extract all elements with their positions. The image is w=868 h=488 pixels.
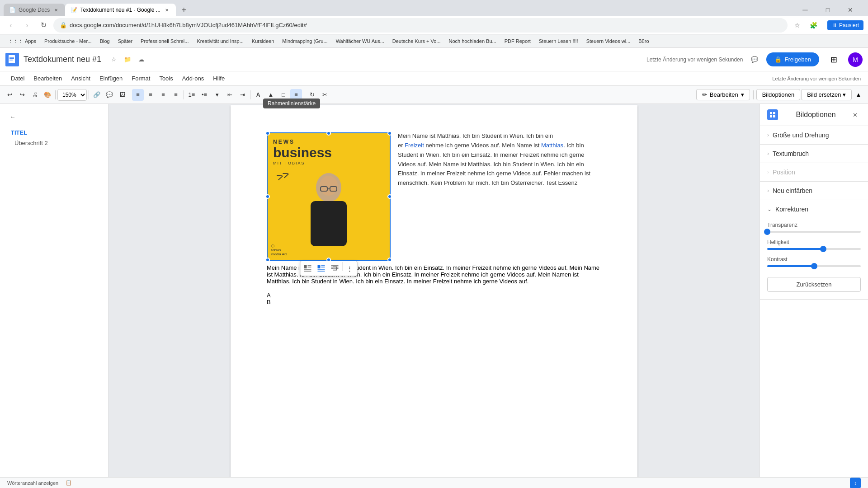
undo-button[interactable]: ↩ <box>4 89 15 101</box>
wrap-inline-button[interactable] <box>302 262 314 275</box>
bookmark-kursideen[interactable]: Kursideen <box>248 38 278 45</box>
tab-google-docs[interactable]: 📄 Google Docs ✕ <box>4 4 65 16</box>
tab-close[interactable]: ✕ <box>163 6 170 14</box>
bookmark-pdf-report[interactable]: PDF Report <box>501 38 534 45</box>
bookmark-apps[interactable]: ⋮⋮⋮ Apps <box>5 37 40 45</box>
resize-handle-tc[interactable] <box>326 131 331 136</box>
expand-button[interactable]: ↕ <box>850 478 861 488</box>
maximize-button[interactable]: □ <box>817 4 838 16</box>
new-tab-button[interactable]: + <box>178 4 190 16</box>
align-center-button[interactable]: ≡ <box>145 89 156 101</box>
extension-icon[interactable]: 🧩 <box>807 19 820 32</box>
list-options-button[interactable]: ▾ <box>211 89 223 101</box>
bildoptionen-button[interactable]: Bildoptionen <box>756 89 801 100</box>
helligkeit-slider[interactable] <box>767 248 861 250</box>
outline-item-titel[interactable]: TITEL <box>7 127 101 138</box>
align-justify-button[interactable]: ≡ <box>170 89 182 101</box>
redo-button[interactable]: ↪ <box>16 89 28 101</box>
resize-handle-bl[interactable] <box>265 258 270 262</box>
doc-area[interactable]: │ 1 2 3 4 5 6 7 8 9 10 11 12 13 14 15 16 <box>108 104 760 477</box>
bearbeiten-button[interactable]: ✏ Bearbeiten ▾ <box>696 89 750 100</box>
matthias-link[interactable]: Matthias <box>541 142 563 149</box>
menu-format[interactable]: Format <box>128 73 154 84</box>
bookmark-spaeter[interactable]: Später <box>114 38 136 45</box>
text-color-button[interactable]: A <box>252 89 264 101</box>
outline-item-h2[interactable]: Überschrift 2 <box>7 138 101 148</box>
back-button[interactable]: ‹ <box>5 19 17 32</box>
menu-hilfe[interactable]: Hilfe <box>209 73 228 84</box>
panel-section-position-header[interactable]: › Position <box>760 163 868 181</box>
star-button[interactable]: ☆ <box>108 54 119 65</box>
panel-section-textumbruch-header[interactable]: › Textumbruch <box>760 145 868 163</box>
image-container[interactable]: NEWS business MIT TOBIAS >> <box>267 132 391 261</box>
bookmark-professionell[interactable]: Professionell Schrei... <box>137 38 192 45</box>
menu-ansicht[interactable]: Ansicht <box>67 73 94 84</box>
folder-button[interactable]: 📁 <box>122 54 133 65</box>
close-button[interactable]: ✕ <box>840 4 861 16</box>
grid-view-button[interactable]: ⊞ <box>827 53 840 66</box>
resize-handle-br[interactable] <box>387 258 392 262</box>
image-button[interactable]: 🖼 <box>116 89 128 101</box>
user-avatar[interactable]: M <box>848 52 863 67</box>
bookmark-deutsche-kurs[interactable]: Deutsche Kurs + Vo... <box>389 38 444 45</box>
sidebar-back-button[interactable]: ← <box>7 111 18 122</box>
increase-indent-button[interactable]: ⇥ <box>236 89 248 101</box>
panel-section-neu-einfaerben-header[interactable]: › Neu einfärben <box>760 182 868 200</box>
transparenz-slider[interactable] <box>767 231 861 233</box>
panel-section-groesse-header[interactable]: › Größe und Drehung <box>760 126 868 144</box>
bookmark-steuern-videos[interactable]: Steuern Videos wi... <box>583 38 634 45</box>
align-right-button[interactable]: ≡ <box>157 89 169 101</box>
comments-button[interactable]: 💬 <box>747 52 762 67</box>
address-bar[interactable]: 🔒 docs.google.com/document/d/1hUH8k6h7Lb… <box>53 18 788 33</box>
menu-datei[interactable]: Datei <box>7 73 28 84</box>
bookmark-kreativitaet[interactable]: Kreativität und Insp... <box>193 38 247 45</box>
wrap-behind-button[interactable] <box>329 262 341 275</box>
reload-button[interactable]: ↻ <box>37 19 50 32</box>
freizeit-link[interactable]: Freizeit <box>405 142 424 149</box>
menu-einfuegen[interactable]: Einfügen <box>96 73 126 84</box>
numbered-list-button[interactable]: 1≡ <box>186 89 198 101</box>
menu-tools[interactable]: Tools <box>156 73 176 84</box>
resize-handle-mr[interactable] <box>387 194 392 199</box>
cloud-button[interactable]: ☁ <box>136 54 146 65</box>
panel-toggle-button[interactable]: ▲ <box>853 89 864 101</box>
bookmark-buero[interactable]: Büro <box>635 38 652 45</box>
tab-close[interactable]: ✕ <box>52 6 60 14</box>
menu-addons[interactable]: Add-ons <box>179 73 208 84</box>
bookmark-wahlfaecher[interactable]: Wahlfächer WU Aus... <box>332 38 388 45</box>
bookmark-button[interactable]: ☆ <box>791 19 804 32</box>
resize-handle-tr[interactable] <box>387 131 392 136</box>
print-button[interactable]: 🖨 <box>29 89 41 101</box>
link-button[interactable]: 🔗 <box>91 89 103 101</box>
border-weight-button[interactable]: ≡ Rahmenlinienstärke <box>290 89 302 101</box>
outline-toggle[interactable]: 📋 <box>66 480 72 486</box>
forward-button[interactable]: › <box>21 19 33 32</box>
bookmark-produktsuche[interactable]: Produktsuche - Mer... <box>41 38 95 45</box>
reset-button[interactable]: Zurücksetzen <box>767 277 861 292</box>
crop-button[interactable]: ✂ <box>319 89 330 101</box>
wrap-around-button[interactable] <box>315 262 328 275</box>
paint-format-button[interactable]: 🎨 <box>42 89 53 101</box>
bookmark-blog[interactable]: Blog <box>96 38 113 45</box>
document-page[interactable]: NEWS business MIT TOBIAS >> <box>231 105 637 477</box>
minimize-button[interactable]: ─ <box>795 4 816 16</box>
more-options-button[interactable]: ⋮ <box>344 262 356 275</box>
helligkeit-thumb[interactable] <box>820 246 826 252</box>
comment-button[interactable]: 💬 <box>104 89 115 101</box>
bulleted-list-button[interactable]: •≡ <box>198 89 210 101</box>
transparenz-thumb[interactable] <box>764 229 770 235</box>
share-button[interactable]: 🔒 Freigeben <box>766 52 819 66</box>
kontrast-thumb[interactable] <box>811 263 817 269</box>
panel-section-korrekturen-header[interactable]: ⌄ Korrekturen <box>760 200 868 218</box>
align-left-button[interactable]: ≡ <box>132 89 144 101</box>
resize-handle-tl[interactable] <box>265 131 270 136</box>
tab-textdoc[interactable]: 📝 Textdokument neu #1 - Google ... ✕ <box>65 4 175 16</box>
bookmark-noch-hochladen[interactable]: Noch hochladen Bu... <box>445 38 500 45</box>
menu-bearbeiten[interactable]: Bearbeiten <box>30 73 66 84</box>
resize-handle-ml[interactable] <box>265 194 270 199</box>
zoom-select[interactable]: 150%100%75% <box>57 89 87 101</box>
kontrast-slider[interactable] <box>767 265 861 267</box>
bild-ersetzen-button[interactable]: Bild ersetzen ▾ <box>801 89 852 100</box>
pause-button[interactable]: ⏸ Pausiert <box>827 20 863 30</box>
bookmark-steuern-lesen[interactable]: Steuern Lesen !!!! <box>535 38 582 45</box>
